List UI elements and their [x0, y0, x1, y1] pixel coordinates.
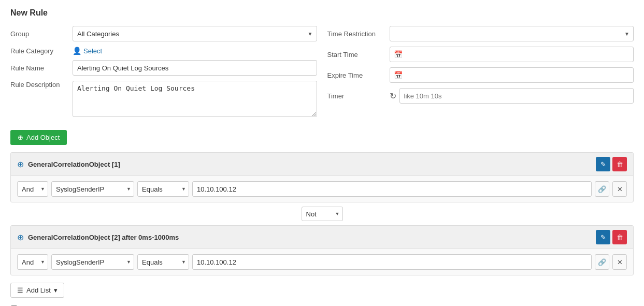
object-header-1: ⊕ GeneralCorrelationObject [1] ✎ 🗑	[11, 153, 633, 176]
trash-icon: 🗑	[617, 161, 623, 168]
timer-label: Timer	[327, 92, 390, 100]
condition-2-connector-select[interactable]: And	[17, 254, 48, 270]
condition-1-field-select[interactable]: SyslogSenderIP	[51, 181, 134, 197]
plus-icon: ⊕	[18, 134, 23, 141]
condition-1-remove-button[interactable]: ✕	[612, 181, 627, 197]
not-select[interactable]: Not	[302, 207, 343, 221]
rule-description-textarea[interactable]: Alerting On Quiet Log Sources	[73, 81, 317, 117]
object-block-1: ⊕ GeneralCorrelationObject [1] ✎ 🗑 And	[10, 152, 634, 202]
object-1-plus-icon: ⊕	[17, 159, 24, 169]
start-time-input[interactable]	[390, 47, 634, 62]
object-2-plus-icon: ⊕	[17, 232, 24, 242]
times-icon-2: ✕	[617, 258, 623, 266]
condition-1-operator-select[interactable]: Equals	[137, 181, 189, 197]
condition-1-link-button[interactable]: 🔗	[595, 181, 609, 197]
user-plus-icon: 👤	[73, 47, 81, 55]
expire-time-label: Expire Time	[327, 71, 390, 79]
chevron-down-icon: ▾	[54, 286, 58, 294]
object-2-edit-button[interactable]: ✎	[596, 230, 610, 244]
timer-input[interactable]	[399, 88, 634, 104]
list-icon: ☰	[17, 286, 23, 294]
condition-2-operator-select[interactable]: Equals	[137, 254, 189, 270]
rule-description-label: Rule Description	[10, 81, 73, 89]
object-1-delete-button[interactable]: 🗑	[612, 157, 627, 171]
object-block-2: ⊕ GeneralCorrelationObject [2] after 0ms…	[10, 225, 634, 275]
object-header-2: ⊕ GeneralCorrelationObject [2] after 0ms…	[11, 226, 633, 249]
time-restriction-select[interactable]	[390, 26, 634, 41]
link-icon: 🔗	[598, 185, 606, 193]
object-2-title: GeneralCorrelationObject [2] after 0ms-1…	[28, 234, 179, 241]
object-2-delete-button[interactable]: 🗑	[612, 230, 627, 244]
condition-2-field-select[interactable]: SyslogSenderIP	[51, 254, 134, 270]
not-connector: Not	[10, 202, 634, 225]
rule-category-link[interactable]: 👤 Select	[73, 47, 317, 55]
condition-row-2: And SyslogSenderIP Equals 🔗	[17, 254, 627, 270]
object-2-body: And SyslogSenderIP Equals 🔗	[11, 249, 633, 275]
group-label: Group	[10, 30, 73, 38]
condition-2-value-input[interactable]	[192, 254, 592, 270]
trash-icon-2: 🗑	[617, 234, 623, 241]
rule-category-label: Rule Category	[10, 47, 73, 55]
timer-refresh-icon[interactable]: ↻	[390, 91, 396, 101]
object-1-title: GeneralCorrelationObject [1]	[28, 161, 120, 168]
rule-name-input[interactable]	[73, 60, 317, 76]
time-restriction-label: Time Restriction	[327, 30, 390, 38]
link-icon-2: 🔗	[598, 258, 606, 266]
pencil-icon-2: ✎	[600, 234, 606, 241]
expire-time-input[interactable]	[390, 67, 634, 83]
condition-1-value-input[interactable]	[192, 181, 592, 197]
condition-1-connector-select[interactable]: And	[17, 181, 48, 197]
add-object-button[interactable]: ⊕ Add Object	[10, 130, 67, 145]
rule-name-label: Rule Name	[10, 64, 73, 72]
group-select[interactable]: All Categories	[73, 26, 317, 41]
object-1-body: And SyslogSenderIP Equals 🔗	[11, 176, 633, 202]
page-title: New Rule	[10, 8, 634, 18]
object-1-edit-button[interactable]: ✎	[596, 157, 610, 171]
add-list-button[interactable]: ☰ Add List ▾	[10, 283, 64, 298]
condition-2-remove-button[interactable]: ✕	[612, 254, 627, 270]
condition-2-link-button[interactable]: 🔗	[595, 254, 609, 270]
condition-row-1: And SyslogSenderIP Equals 🔗	[17, 181, 627, 197]
pencil-icon: ✎	[600, 161, 606, 168]
times-icon: ✕	[617, 185, 623, 193]
start-time-label: Start Time	[327, 51, 390, 59]
